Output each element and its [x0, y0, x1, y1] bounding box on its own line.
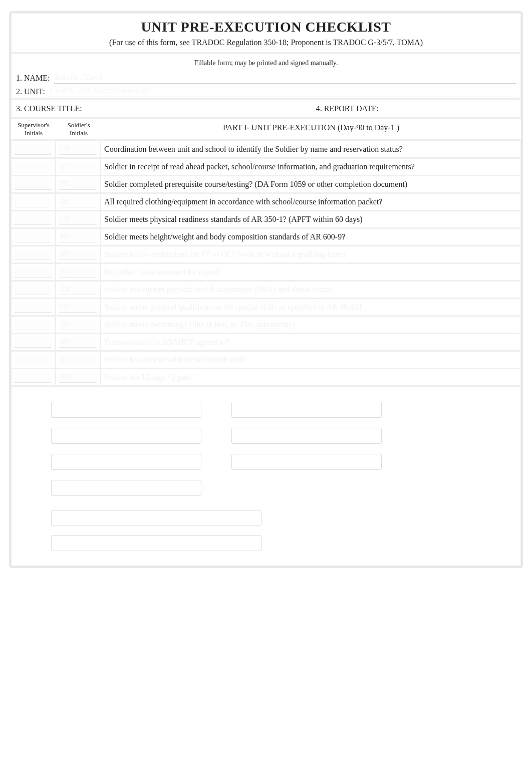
supervisor-initials-input[interactable] — [14, 144, 52, 155]
checklist-row: Soldier meets height/weight and body com… — [11, 229, 521, 246]
checklist-row: Soldier meets physical qualifications fo… — [11, 299, 521, 317]
soldier-initials-input[interactable] — [59, 372, 97, 383]
form-header: UNIT PRE-EXECUTION CHECKLIST (For use of… — [11, 13, 521, 54]
section-title: PART I- UNIT PRE-EXECUTION (Day-90 to Da… — [101, 119, 521, 139]
checklist-item-text: Soldier has no restrictions for PT or OC… — [101, 246, 521, 263]
row-unit: 2. UNIT: — [11, 85, 521, 98]
col-header-soldier: Soldier's Initials — [56, 119, 101, 139]
checklist-item-text: Soldier in receipt of read ahead packet,… — [101, 159, 521, 175]
supervisor-initials-input[interactable] — [14, 372, 52, 383]
soldier-initials-cell — [56, 194, 101, 210]
checklist-row: Soldier has no restrictions for PT or OC… — [11, 246, 521, 264]
supervisor-initials-cell — [11, 229, 56, 245]
supervisor-initials-input[interactable] — [14, 302, 52, 313]
checklist-item-text: Coordination between unit and school to … — [101, 141, 521, 157]
checklist-item-text: Soldier meets swimming? (line in lieu, a… — [101, 317, 521, 333]
checklist-item-text: Soldier completed prerequisite course/te… — [101, 176, 521, 192]
fillable-note: Fillable form; may be printed and signed… — [11, 54, 521, 71]
sig-left-2[interactable] — [51, 454, 201, 470]
soldier-initials-input[interactable] — [59, 267, 97, 278]
soldier-initials-input[interactable] — [59, 285, 97, 295]
soldier-initials-input[interactable] — [59, 197, 97, 207]
supervisor-initials-input[interactable] — [14, 232, 52, 242]
supervisor-initials-input[interactable] — [14, 197, 52, 207]
supervisor-initials-cell — [11, 194, 56, 210]
supervisor-initials-input[interactable] — [14, 285, 52, 295]
soldier-initials-input[interactable] — [59, 320, 97, 330]
report-date-input[interactable] — [383, 103, 516, 114]
supervisor-initials-cell — [11, 317, 56, 333]
sig-right-1[interactable] — [231, 428, 382, 444]
soldier-initials-cell — [56, 352, 101, 368]
signature-col-left — [51, 402, 201, 496]
sig-left-3[interactable] — [51, 480, 201, 496]
soldier-initials-cell — [56, 299, 101, 315]
checklist-item-text: Transportation to ADAHOF agreed to? — [101, 334, 521, 350]
soldier-initials-input[interactable] — [59, 355, 97, 365]
supervisor-initials-cell — [11, 246, 56, 263]
soldier-initials-input[interactable] — [59, 214, 97, 225]
supervisor-initials-cell — [11, 141, 56, 157]
supervisor-initials-cell — [11, 352, 56, 368]
soldier-initials-cell — [56, 317, 101, 333]
sig-left-1[interactable] — [51, 428, 201, 444]
checklist-row: Soldier in receipt of read ahead packet,… — [11, 159, 521, 176]
supervisor-initials-cell — [11, 299, 56, 315]
checklist-row: Soldier meets physical readiness standar… — [11, 211, 521, 229]
checklist-row: Individual tasks screened for report? — [11, 264, 521, 282]
soldier-initials-cell — [56, 264, 101, 280]
checklist-item-text: Soldier meets height/weight and body com… — [101, 229, 521, 245]
report-date-label: 4. REPORT DATE: — [316, 104, 383, 113]
signature-col-right — [231, 402, 382, 496]
soldier-initials-input[interactable] — [59, 337, 97, 348]
soldier-initials-cell — [56, 246, 101, 263]
supervisor-initials-cell — [11, 176, 56, 192]
checklist-item-text: Soldier has current periodic health asse… — [101, 282, 521, 298]
form-sheet: UNIT PRE-EXECUTION CHECKLIST (For use of… — [9, 11, 523, 568]
sig-bottom-1[interactable] — [51, 535, 261, 551]
soldier-initials-input[interactable] — [59, 179, 97, 190]
checklist-item-text: Soldier has ID tags / 2 pair? — [101, 369, 521, 385]
soldier-initials-cell — [56, 141, 101, 157]
name-label: 1. NAME: — [16, 74, 54, 83]
checklist-row: Soldier meets swimming? (line in lieu, a… — [11, 317, 521, 334]
sig-left-0[interactable] — [51, 402, 201, 418]
soldier-initials-cell — [56, 211, 101, 227]
soldier-initials-cell — [56, 159, 101, 175]
supervisor-initials-input[interactable] — [14, 267, 52, 278]
supervisor-initials-input[interactable] — [14, 249, 52, 260]
supervisor-initials-input[interactable] — [14, 320, 52, 330]
checklist-row: Transportation to ADAHOF agreed to? — [11, 334, 521, 352]
supervisor-initials-input[interactable] — [14, 337, 52, 348]
checklist-row: Soldier completed prerequisite course/te… — [11, 176, 521, 194]
row-name: 1. NAME: — [11, 71, 521, 85]
soldier-initials-input[interactable] — [59, 232, 97, 242]
name-input[interactable] — [54, 72, 516, 84]
soldier-initials-input[interactable] — [59, 144, 97, 155]
form-title: UNIT PRE-EXECUTION CHECKLIST — [16, 19, 516, 35]
supervisor-initials-input[interactable] — [14, 214, 52, 225]
form-subtitle: (For use of this form, see TRADOC Regula… — [16, 38, 516, 47]
soldier-initials-input[interactable] — [59, 249, 97, 260]
sig-right-0[interactable] — [231, 402, 382, 418]
sig-right-2[interactable] — [231, 454, 382, 470]
soldier-initials-input[interactable] — [59, 302, 97, 313]
soldier-initials-cell — [56, 176, 101, 192]
checklist-row: Soldier has current periodic health asse… — [11, 282, 521, 299]
supervisor-initials-cell — [11, 369, 56, 385]
unit-input[interactable] — [49, 86, 516, 97]
signature-area — [11, 387, 521, 551]
unit-label: 2. UNIT: — [16, 87, 49, 96]
checklist-item-text: Soldier has current valid identification… — [101, 352, 521, 368]
sig-bottom-0[interactable] — [51, 510, 261, 526]
col-header-supervisor: Supervisor's Initials — [11, 119, 56, 139]
checklist-row: Soldier has current valid identification… — [11, 352, 521, 369]
soldier-initials-cell — [56, 369, 101, 385]
checklist-row: All required clothing/equipment in accor… — [11, 194, 521, 211]
supervisor-initials-input[interactable] — [14, 162, 52, 172]
checklist-row: Coordination between unit and school to … — [11, 141, 521, 159]
supervisor-initials-input[interactable] — [14, 355, 52, 365]
course-title-input[interactable] — [86, 103, 316, 114]
supervisor-initials-input[interactable] — [14, 179, 52, 190]
soldier-initials-input[interactable] — [59, 162, 97, 172]
